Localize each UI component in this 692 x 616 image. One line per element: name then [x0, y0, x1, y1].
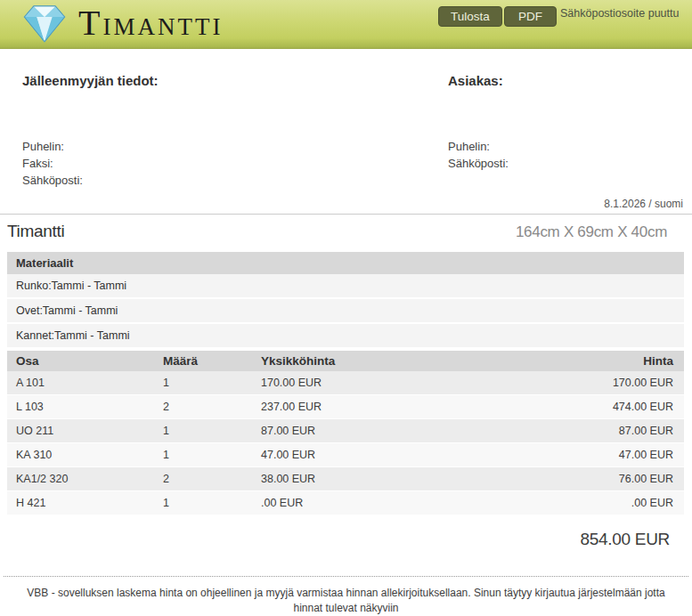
col-header-osa: Osa — [7, 351, 154, 371]
table-row: UO 211 1 87.00 EUR 87.00 EUR — [7, 419, 684, 443]
part-osa: UO 211 — [7, 419, 154, 443]
footer-note: VBB - sovelluksen laskema hinta on ohjee… — [4, 576, 688, 616]
part-maara: 1 — [154, 371, 252, 395]
part-hinta: 76.00 EUR — [501, 467, 684, 491]
customer-email-label: Sähköposti: — [448, 155, 692, 172]
part-maara: 1 — [154, 443, 252, 467]
parts-table: Osa Määrä Yksikköhinta Hinta A 101 1 170… — [7, 351, 684, 515]
reseller-email-label: Sähköposti: — [22, 172, 448, 189]
table-row: KA1/2 320 2 38.00 EUR 76.00 EUR — [7, 467, 684, 491]
date-locale: 8.1.2026 / suomi — [0, 198, 692, 210]
material-row-kannet: Kannet:Tammi - Tammi — [7, 324, 684, 349]
table-row: KA 310 1 47.00 EUR 47.00 EUR — [7, 443, 684, 467]
table-row: H 421 1 .00 EUR .00 EUR — [7, 491, 684, 515]
part-maara: 2 — [154, 467, 252, 491]
part-osa: A 101 — [7, 371, 154, 395]
part-hinta: .00 EUR — [501, 491, 684, 515]
part-yksikkohinta: 47.00 EUR — [252, 443, 501, 467]
contact-info-section: Jälleenmyyjän tiedot: Puhelin: Faksi: Sä… — [0, 49, 692, 189]
col-header-maara: Määrä — [154, 351, 252, 371]
table-row: L 103 2 237.00 EUR 474.00 EUR — [7, 395, 684, 419]
part-yksikkohinta: .00 EUR — [252, 491, 501, 515]
part-osa: L 103 — [7, 395, 154, 419]
part-hinta: 474.00 EUR — [501, 395, 684, 419]
print-button[interactable]: Tulosta — [438, 6, 502, 27]
part-yksikkohinta: 87.00 EUR — [252, 419, 501, 443]
material-row-ovet: Ovet:Tammi - Tammi — [7, 299, 684, 324]
part-maara: 2 — [154, 395, 252, 419]
total-price: 854.00 EUR — [0, 515, 692, 549]
customer-phone-label: Puhelin: — [448, 138, 692, 155]
part-yksikkohinta: 237.00 EUR — [252, 395, 501, 419]
table-row: A 101 1 170.00 EUR 170.00 EUR — [7, 371, 684, 395]
part-yksikkohinta: 170.00 EUR — [252, 371, 501, 395]
materials-header: Materiaalit — [7, 252, 684, 274]
part-osa: H 421 — [7, 491, 154, 515]
col-header-hinta: Hinta — [501, 351, 684, 371]
reseller-title: Jälleenmyyjän tiedot: — [22, 73, 448, 88]
customer-section: Asiakas: Puhelin: Sähköposti: — [448, 73, 692, 189]
page-header: Timantti Tulosta PDF Sähköpostiosoite pu… — [0, 0, 692, 49]
part-yksikkohinta: 38.00 EUR — [252, 467, 501, 491]
part-maara: 1 — [154, 419, 252, 443]
part-osa: KA 310 — [7, 443, 154, 467]
pdf-button[interactable]: PDF — [504, 6, 557, 27]
material-row-runko: Runko:Tammi - Tammi — [7, 274, 684, 299]
part-hinta: 170.00 EUR — [501, 371, 684, 395]
part-hinta: 87.00 EUR — [501, 419, 684, 443]
logo-text: Timantti — [78, 1, 223, 49]
reseller-section: Jälleenmyyjän tiedot: Puhelin: Faksi: Sä… — [0, 73, 448, 189]
part-osa: KA1/2 320 — [7, 467, 154, 491]
product-name: Timantti — [7, 222, 64, 241]
customer-title: Asiakas: — [448, 73, 692, 88]
reseller-fax-label: Faksi: — [22, 155, 448, 172]
reseller-phone-label: Puhelin: — [22, 138, 448, 155]
part-maara: 1 — [154, 491, 252, 515]
product-dimensions: 164cm X 69cm X 40cm — [516, 223, 667, 241]
col-header-yksikkohinta: Yksikköhinta — [252, 351, 501, 371]
diamond-logo-icon — [21, 3, 68, 47]
part-hinta: 47.00 EUR — [501, 443, 684, 467]
product-row: Timantti 164cm X 69cm X 40cm — [0, 215, 692, 249]
parts-table-header-row: Osa Määrä Yksikköhinta Hinta — [7, 351, 684, 371]
email-missing-note: Sähköpostiosoite puuttu — [560, 7, 679, 20]
